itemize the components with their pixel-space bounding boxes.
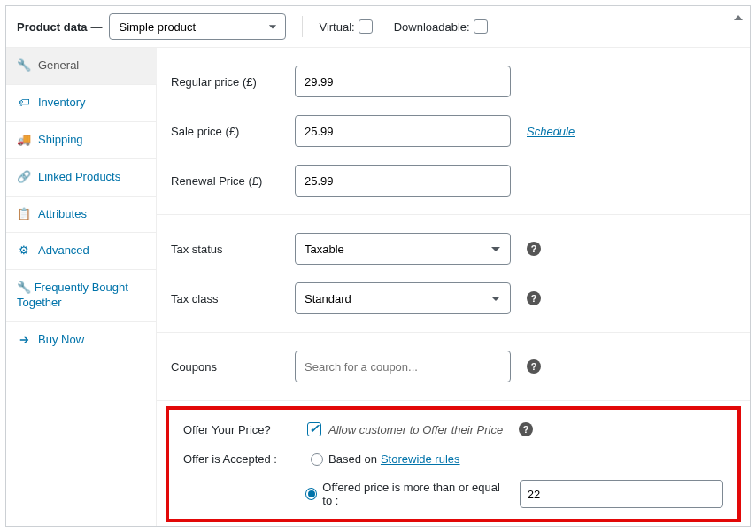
storewide-rules-link[interactable]: Storewide rules <box>381 452 460 466</box>
coupons-input[interactable] <box>295 351 511 382</box>
offered-price-radio[interactable] <box>305 488 317 500</box>
panel-title: Product data <box>17 20 87 34</box>
tab-buy-now[interactable]: ➔ Buy Now <box>6 322 156 359</box>
offered-price-input[interactable] <box>520 480 723 508</box>
renewal-price-row: Renewal Price (£) <box>157 156 750 205</box>
sale-price-row: Sale price (£) Schedule <box>157 106 750 156</box>
tab-shipping[interactable]: 🚚 Shipping <box>6 122 156 159</box>
offer-accepted-price-row: Offered price is more than or equal to : <box>169 473 737 515</box>
tax-status-row: Tax status Taxable ? <box>157 224 750 274</box>
offer-your-price-row: Offer Your Price? Allow customer to Offe… <box>169 413 737 445</box>
truck-icon: 🚚 <box>17 133 31 148</box>
help-icon[interactable]: ? <box>527 242 541 256</box>
help-icon[interactable]: ? <box>527 291 541 305</box>
tax-class-select[interactable]: Standard <box>295 282 511 314</box>
storewide-rules-radio[interactable] <box>311 453 323 466</box>
offer-your-price-label: Offer Your Price? <box>183 423 307 436</box>
tab-label: Buy Now <box>38 333 84 348</box>
wrench-icon: 🔧 <box>17 58 31 73</box>
sale-price-label: Sale price (£) <box>171 125 295 138</box>
divider <box>302 16 303 37</box>
downloadable-flag: Downloadable: <box>394 19 488 34</box>
downloadable-label: Downloadable: <box>394 20 470 34</box>
regular-price-input[interactable] <box>295 66 511 97</box>
content-area: Regular price (£) Sale price (£) Schedul… <box>157 48 750 526</box>
coupons-section: Coupons ? <box>157 333 750 401</box>
tab-linked-products[interactable]: 🔗 Linked Products <box>6 159 156 197</box>
virtual-flag: Virtual: <box>319 19 372 34</box>
title-dash: — <box>90 20 102 34</box>
tax-status-label: Tax status <box>171 243 295 256</box>
tax-status-select[interactable]: Taxable <box>295 233 511 265</box>
virtual-checkbox[interactable] <box>359 19 373 34</box>
offer-accepted-label: Offer is Accepted : <box>183 452 307 466</box>
tab-label: Linked Products <box>38 170 120 185</box>
tag-icon: 🏷 <box>17 96 31 111</box>
allow-offer-group: Allow customer to Offer their Price <box>307 422 503 436</box>
sidebar: 🔧 General 🏷 Inventory 🚚 Shipping 🔗 Linke… <box>6 48 157 526</box>
tax-class-row: Tax class Standard ? <box>157 274 750 323</box>
tab-label: Frequently Bought Together <box>17 281 128 309</box>
renewal-price-input[interactable] <box>295 165 511 197</box>
based-on-text: Based on <box>328 452 377 466</box>
schedule-link[interactable]: Schedule <box>527 125 575 138</box>
product-data-panel: Product data — Simple product Virtual: D… <box>5 5 751 527</box>
tab-advanced[interactable]: ⚙ Advanced <box>6 233 156 270</box>
gear-icon: ⚙ <box>17 243 31 258</box>
pricing-section: Regular price (£) Sale price (£) Schedul… <box>157 48 750 215</box>
wrench-icon: 🔧 <box>17 281 31 296</box>
coupons-label: Coupons <box>171 360 295 374</box>
regular-price-row: Regular price (£) <box>157 57 750 106</box>
tax-section: Tax status Taxable ? Tax class Standard … <box>157 215 750 333</box>
renewal-price-label: Renewal Price (£) <box>171 174 295 188</box>
list-icon: 📋 <box>17 207 31 222</box>
tab-frequently-bought-together[interactable]: 🔧 Frequently Bought Together <box>6 270 156 322</box>
panel-header: Product data — Simple product Virtual: D… <box>6 6 750 48</box>
panel-body: 🔧 General 🏷 Inventory 🚚 Shipping 🔗 Linke… <box>6 48 750 526</box>
virtual-label: Virtual: <box>319 20 354 34</box>
help-icon[interactable]: ? <box>519 422 533 436</box>
tax-class-label: Tax class <box>171 292 295 305</box>
allow-offer-checkbox[interactable] <box>307 422 321 436</box>
product-type-select[interactable]: Simple product <box>109 13 286 40</box>
arrow-right-icon: ➔ <box>17 333 31 348</box>
tab-attributes[interactable]: 📋 Attributes <box>6 197 156 234</box>
allow-offer-label: Allow customer to Offer their Price <box>328 423 503 436</box>
sale-price-input[interactable] <box>295 115 511 147</box>
offer-highlight-box: Offer Your Price? Allow customer to Offe… <box>166 406 741 522</box>
tab-label: Inventory <box>38 96 85 111</box>
flag-group: Virtual: Downloadable: <box>319 19 487 34</box>
offered-price-text: Offered price is more than or equal to : <box>322 481 511 507</box>
tab-inventory[interactable]: 🏷 Inventory <box>6 85 156 122</box>
help-icon[interactable]: ? <box>527 359 541 374</box>
tab-label: General <box>38 58 79 73</box>
downloadable-checkbox[interactable] <box>474 19 488 34</box>
coupons-row: Coupons ? <box>157 342 750 391</box>
panel-title-group: Product data — Simple product <box>17 13 286 40</box>
link-icon: 🔗 <box>17 170 31 185</box>
tab-general[interactable]: 🔧 General <box>6 48 156 85</box>
tab-label: Advanced <box>38 243 89 258</box>
tab-label: Shipping <box>38 133 83 148</box>
offer-accepted-storewide-row: Offer is Accepted : Based on Storewide r… <box>169 445 737 473</box>
collapse-toggle-icon[interactable] <box>734 15 743 20</box>
tab-label: Attributes <box>38 207 87 222</box>
regular-price-label: Regular price (£) <box>171 75 295 89</box>
